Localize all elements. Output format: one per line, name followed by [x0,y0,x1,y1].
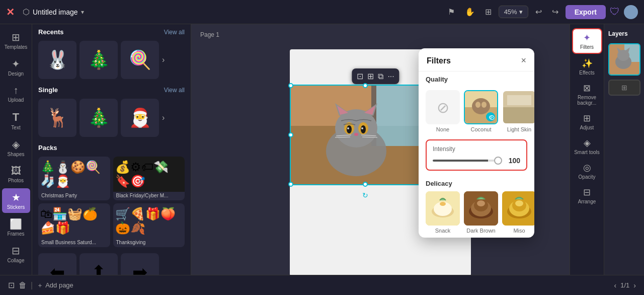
design-icon: ✦ [12,58,20,70]
sidebar-item-collage[interactable]: ⊟ Collage [2,242,30,266]
sidebar-item-label: Design [8,71,24,77]
grid-btn[interactable]: ⊞ [367,71,374,81]
recents-view-all[interactable]: View all [164,29,185,36]
sidebar-item-label: Photos [8,178,24,183]
sidebar-item-upload[interactable]: ↑ Upload [2,82,30,106]
single-next-btn[interactable]: › [162,113,165,122]
layer-item-cat[interactable] [608,43,640,76]
opacity-icon: ◎ [583,162,591,173]
sticker-arrow-right[interactable]: ➡ [121,253,159,275]
svg-point-25 [481,102,487,108]
opacity-tool-btn[interactable]: ◎ Opacity [572,159,602,183]
handle-mid-left[interactable] [288,132,293,137]
sidebar-item-text[interactable]: T Text [2,108,30,133]
effects-tool-btn[interactable]: ✨ Effects [572,55,602,79]
sidebar-item-templates[interactable]: ⊞ Templates [2,28,30,53]
selected-image[interactable]: ↻ [290,85,441,185]
pack-blackfriday-thumb: 💰⚙🏷💸🔖🎯 [113,157,185,192]
crop-btn[interactable]: ⊡ [357,71,363,81]
app-logo: ✕ [6,6,15,18]
zoom-control[interactable]: 45% ▾ [499,6,528,18]
filter-coconut[interactable]: ⊙ Coconut [464,90,498,132]
sticker-thumb-reindeer[interactable]: 🦌 [38,99,76,137]
sidebar-item-frames[interactable]: ⬜ Frames [2,215,30,240]
pack-thanksgiving[interactable]: 🛒🍕🎁🍑🎃🍂 Thanksgiving [113,203,185,247]
right-tools-panel: ✦ Filters ✨ Effects ⊠ Remove backgr... ⊞… [570,24,604,275]
svg-point-16 [354,133,358,136]
svg-rect-28 [507,95,531,105]
sticker-thumb-bunny[interactable]: 🐰 [38,41,76,79]
sidebar-item-shapes[interactable]: ◈ Shapes [2,135,30,160]
single-view-all[interactable]: View all [164,87,185,94]
pack-smallbiz[interactable]: 🛍🏪🧺🍊🍰🎁 Small Business Saturd... [38,203,110,247]
shield-icon: 🛡 [610,6,620,18]
filter-snack[interactable]: Snack [426,191,460,234]
flag-tool-btn[interactable]: ⚑ [445,5,458,19]
sticker-thumb-tree[interactable]: 🎄 [79,41,118,79]
svg-point-12 [347,125,352,133]
quality-label: Quality [419,71,534,85]
pack-smallbiz-thumb: 🛍🏪🧺🍊🍰🎁 [38,203,110,239]
hand-tool-btn[interactable]: ✋ [462,5,478,19]
handle-top-mid[interactable] [363,83,368,88]
chevron-down-icon[interactable]: ▾ [81,9,84,16]
sticker-thumb-hat[interactable]: 🎅 [121,99,159,137]
layer-item-blank[interactable]: ⊞ [608,80,640,96]
filter-none-img: ⊘ [426,90,460,124]
filters-panel: Filters × Quality ⊘ None [419,48,534,238]
sidebar-item-label: Collage [8,258,25,263]
handle-bot-left[interactable] [288,182,293,187]
single-grid: 🦌 🎄 🎅 › [32,96,191,140]
handle-top-left[interactable] [288,83,293,88]
more-btn[interactable]: ··· [387,72,394,81]
filter-lightskin[interactable]: Light Skin [502,90,534,132]
next-page-btn[interactable]: › [633,281,636,289]
filter-darkbrown[interactable]: Dark Brown [464,191,498,234]
effects-tool-label: Effects [579,70,594,76]
pack-christmas-party[interactable]: 🎄⛄🍪🍭🧦🎅 Christmas Party [38,157,110,200]
frames-icon: ⬜ [10,218,22,230]
rotate-handle[interactable]: ↻ [362,191,368,199]
intensity-box: Intensity 100 [426,139,527,171]
sticker-thumb-candy[interactable]: 🍭 [121,41,159,79]
smart-tools-btn[interactable]: ◈ Smart tools [572,134,602,158]
sidebar-item-design[interactable]: ✦ Design [2,55,30,80]
prev-page-btn[interactable]: ‹ [614,281,617,289]
adjust-tool-btn[interactable]: ⊞ Adjust [572,110,602,133]
svg-point-15 [361,127,363,129]
upload-icon: ↑ [14,85,19,96]
bottombar-delete-btn[interactable]: 🗑 [19,281,27,290]
filter-darkbrown-label: Dark Brown [466,228,495,234]
arrange-tool-btn[interactable]: ⊟ Arrange [572,184,602,207]
undo-btn[interactable]: ↩ [532,5,545,19]
intensity-slider[interactable] [433,160,502,162]
smart-tools-label: Smart tools [574,150,600,155]
sidebar-item-label: Text [11,125,20,130]
arrange-icon: ⊟ [583,187,591,198]
filter-miso-img [502,191,534,226]
view-tool-btn[interactable]: ⊞ [482,5,495,19]
intensity-value: 100 [506,157,520,165]
filter-miso[interactable]: Miso [502,191,534,234]
sidebar-item-photos[interactable]: 🖼 Photos [2,162,30,186]
copy-btn[interactable]: ⧉ [378,72,383,81]
redo-btn[interactable]: ↪ [549,5,561,19]
filters-tool-btn[interactable]: ✦ Filters [572,28,602,54]
handle-bot-mid[interactable] [363,182,368,187]
bottombar-layout-btn[interactable]: ⊡ [8,280,15,290]
remove-bg-tool-btn[interactable]: ⊠ Remove backgr... [572,80,602,109]
add-page-btn[interactable]: ＋ Add page [37,281,73,290]
filter-none[interactable]: ⊘ None [426,90,460,132]
sticker-arrow-left[interactable]: ⬅ [38,253,76,275]
export-button[interactable]: Export [566,5,606,19]
sticker-arrow-up[interactable]: ⬆ [79,253,118,275]
document-title[interactable]: Untitled image [33,8,78,16]
sidebar-item-stickers[interactable]: ★ Stickers [2,188,30,213]
sticker-thumb-tree2[interactable]: 🎄 [79,99,118,137]
left-sidebar: ⊞ Templates ✦ Design ↑ Upload T Text ◈ S… [0,24,32,275]
pack-blackfriday[interactable]: 💰⚙🏷💸🔖🎯 Black Friday/Cyber M... [113,157,185,200]
filters-close-btn[interactable]: × [521,55,526,66]
svg-point-24 [475,102,480,108]
recents-next-btn[interactable]: › [162,55,165,64]
recents-section-header: Recents View all [32,24,191,38]
